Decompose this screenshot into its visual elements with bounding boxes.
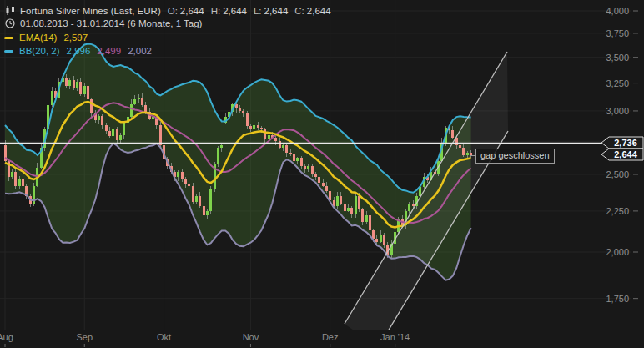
y-axis-label: 4,000 [606, 6, 629, 16]
bb-upper-value: 2,996 [67, 46, 91, 56]
candle-body [380, 235, 382, 242]
chart-window: 4,0003,7503,5003,2503,0002,5002,2502,000… [0, 0, 644, 348]
candle-body [285, 145, 288, 153]
bb-label: BB(20, 2) [19, 46, 60, 56]
high-label: H: [211, 6, 221, 16]
candle-body [336, 196, 339, 207]
date-range-row: 01.08.2013 - 31.01.2014 (6 Monate, 1 Tag… [4, 18, 202, 28]
ema-color-chip [4, 37, 13, 39]
candle-body [451, 130, 454, 138]
price-tag-last-value: 2,644 [614, 149, 637, 159]
open-value: 2,644 [180, 6, 204, 16]
close-label: C: [294, 6, 304, 16]
candle-body [293, 154, 295, 161]
candle-body [116, 129, 118, 139]
candle-body [130, 104, 133, 117]
price-tag-line-value: 2,736 [614, 138, 637, 148]
candle-body [466, 153, 469, 155]
x-axis-label: Dez [322, 332, 339, 342]
date-range: 01.08.2013 - 31.01.2014 (6 Monate, 1 Tag… [20, 18, 202, 28]
candle-body [322, 183, 325, 185]
candle-body [311, 166, 314, 174]
y-axis-label: 3,000 [606, 106, 629, 116]
close-value: 2,644 [307, 6, 331, 16]
candle-body [296, 158, 299, 160]
candle-body [209, 189, 212, 211]
candle-body [159, 125, 162, 145]
candle-body [188, 184, 190, 186]
bb-color-chip [4, 50, 13, 53]
gap-annotation[interactable]: gap geschlossen [475, 149, 555, 164]
x-axis-label: Jan '14 [380, 332, 410, 342]
candle-body [264, 129, 266, 139]
y-axis-label: 3,250 [606, 78, 629, 88]
x-axis-label: Aug [0, 332, 13, 342]
candle-body [383, 235, 385, 245]
candle-body [76, 82, 78, 88]
bb-middle-value: 2,499 [97, 46, 121, 56]
clock-icon [4, 18, 16, 28]
candle-body [177, 172, 179, 178]
candle-body [239, 108, 241, 111]
candle-body [83, 86, 86, 93]
candle-body [108, 131, 111, 136]
candle-body [372, 230, 375, 239]
candle-body [101, 116, 103, 125]
candle-body [318, 177, 320, 183]
candle-body [246, 113, 249, 127]
candle-body [141, 98, 143, 105]
candle-body [242, 111, 244, 113]
candle-body [90, 99, 93, 113]
candle-body [206, 211, 209, 216]
candle-body [11, 172, 13, 178]
candle-body [350, 208, 353, 214]
candle-body [260, 128, 263, 129]
candle-body [344, 204, 346, 211]
candle-body [253, 125, 255, 129]
candle-body [87, 86, 89, 99]
candle-body [105, 125, 108, 131]
instrument-header: Fortuna Silver Mines (Last, EUR) O: 2,64… [4, 5, 331, 16]
candle-body [375, 239, 378, 242]
legend-ema-row[interactable]: EMA(14) 2,597 [4, 33, 88, 43]
y-axis-label: 2,250 [606, 206, 629, 216]
y-axis-label: 3,750 [606, 28, 629, 38]
candle-body [14, 172, 17, 186]
open-label: O: [168, 6, 178, 16]
candle-body [68, 80, 71, 87]
candle-body [79, 82, 82, 93]
candle-body [203, 206, 205, 215]
price-tag-last: 2,644 [601, 148, 644, 161]
candle-body [249, 126, 252, 129]
y-axis-label: 1,750 [606, 294, 629, 304]
candle-body [358, 196, 360, 209]
candle-body [408, 204, 410, 211]
candle-body [314, 174, 317, 177]
candle-body [112, 129, 114, 136]
candle-body [274, 138, 277, 142]
y-axis-label: 3,500 [606, 53, 629, 63]
ema-value: 2,597 [63, 33, 88, 43]
y-axis-label: 2,000 [606, 247, 629, 257]
candle-body [268, 135, 270, 139]
high-value: 2,644 [223, 6, 247, 16]
candle-body [184, 179, 187, 184]
candle-body [462, 148, 465, 155]
candle-body [220, 145, 223, 148]
candle-body [307, 166, 309, 169]
candle-body [98, 116, 100, 121]
bb-lower-value: 2,002 [128, 46, 152, 56]
candle-body [340, 196, 342, 204]
candle-body [459, 145, 461, 148]
candle-body [347, 208, 350, 211]
candle-body [22, 179, 24, 186]
x-axis-label: Nov [243, 332, 259, 342]
candle-body [73, 80, 75, 88]
candle-body [355, 196, 357, 214]
candle-body [123, 123, 125, 135]
candle-body [144, 105, 147, 112]
candle-body [412, 204, 415, 207]
legend-bb-row[interactable]: BB(20, 2) 2,996 2,499 2,002 [4, 46, 152, 56]
instrument-title: Fortuna Silver Mines (Last, EUR) [20, 6, 161, 16]
candle-body [181, 172, 184, 179]
